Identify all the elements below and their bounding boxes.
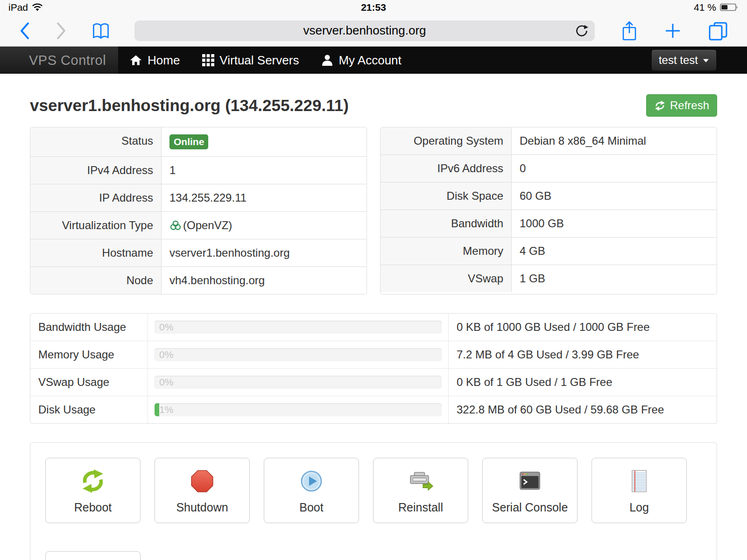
app-navbar: VPS Control Home Virtual Servers [0,47,747,74]
refresh-button[interactable]: Refresh [646,94,717,117]
progress-label: 0% [159,348,173,361]
status-right: 41 % [495,2,739,13]
address-bar[interactable]: vserver.benhosting.org [134,21,595,41]
usage-bar-cell: 1% [148,396,449,423]
user-menu-button[interactable]: test test [651,49,717,71]
ipad-screen: iPad 21:53 41 % [0,0,747,560]
battery-icon [720,3,739,12]
actions-row-2 [45,551,702,560]
action-label: Boot [299,501,323,514]
bookmarks-button[interactable] [92,21,110,40]
progress-fill [155,403,159,416]
battery-percent: 41 % [694,2,716,13]
table-row: IPv6 Address 0 [381,154,717,182]
row-label: VSwap [381,265,512,292]
forward-icon [55,21,67,41]
action-log[interactable]: Log [592,458,687,523]
actions-row-1: Reboot Shutdown [45,458,702,523]
row-label: IPv6 Address [381,155,512,182]
serial-console-icon [517,469,543,494]
nav-item-label: Virtual Servers [219,53,299,68]
nav-item-my-account[interactable]: My Account [310,47,412,74]
row-value: 4 GB [512,238,717,265]
progress-label: 1% [159,403,173,416]
row-value: 60 GB [512,182,717,210]
grid-icon [202,54,214,66]
table-row: IPv4 Address 1 [30,156,366,184]
reload-icon[interactable] [575,24,589,38]
action-reinstall[interactable]: Reinstall [373,458,468,523]
row-value: 1 [162,157,366,184]
row-label: Node [30,267,162,294]
row-value: 134.255.229.11 [162,184,366,211]
row-label: Bandwidth [381,210,512,237]
usage-text: 0 KB of 1000 GB Used / 1000 GB Free [449,314,717,341]
usage-text: 322.8 MB of 60 GB Used / 59.68 GB Free [449,396,717,423]
usage-text: 0 KB of 1 GB Used / 1 GB Free [449,369,717,396]
row-label: Hostname [30,239,162,266]
action-reboot[interactable]: Reboot [45,458,141,523]
table-row: Disk Space 60 GB [381,182,717,210]
back-icon [19,21,31,41]
action-serial-console[interactable]: Serial Console [482,458,578,523]
progress-bar: 0% [155,321,442,334]
table-row: Hostname vserver1.benhosting.org [30,239,366,266]
tabs-button[interactable] [708,21,728,41]
row-value: Debian 8 x86_64 Minimal [512,127,717,154]
new-tab-icon [664,22,682,40]
reboot-icon [80,469,106,494]
action-label: Reboot [74,501,112,514]
usage-bar-cell: 0% [148,341,449,368]
usage-row: Memory Usage 0% 7.2 MB of 4 GB Used / 3.… [30,341,717,368]
action-network[interactable] [45,551,141,560]
share-button[interactable] [621,20,638,42]
server-info-section: Status Online IPv4 Address 1 IP Address … [30,127,717,294]
actions-panel: Reboot Shutdown [30,442,717,560]
nav-item-virtual-servers[interactable]: Virtual Servers [191,47,310,74]
usage-label: Memory Usage [30,341,148,368]
page-title: vserver1.benhosting.org (134.255.229.11) [30,96,349,115]
openvz-icon [169,220,182,231]
table-row: VSwap 1 GB [381,265,717,292]
device-label: iPad [8,2,28,13]
usage-row: Bandwidth Usage 0% 0 KB of 1000 GB Used … [30,314,717,341]
row-value: 1000 GB [512,210,717,237]
row-label: Memory [381,238,512,265]
table-row: Node vh4.benhosting.org [30,266,366,294]
shutdown-icon [190,469,215,494]
nav-links: Home Virtual Servers My Account [118,47,413,74]
new-tab-button[interactable] [664,22,682,40]
nav-item-home[interactable]: Home [118,47,191,74]
row-label: IPv4 Address [30,157,162,184]
caret-down-icon [703,58,709,63]
tabs-icon [708,21,728,41]
table-row: Bandwidth 1000 GB [381,210,717,237]
user-menu-label: test test [659,54,698,67]
progress-bar: 0% [155,348,442,361]
row-label: Status [30,127,162,156]
back-button[interactable] [19,21,31,41]
progress-bar: 0% [155,376,442,389]
table-row: IP Address 134.255.229.11 [30,184,366,211]
log-icon [627,469,652,494]
row-label: IP Address [30,184,162,211]
user-icon [321,54,333,67]
bookmark-icon [92,21,110,40]
progress-bar: 1% [155,403,442,416]
page-content: vserver1.benhosting.org (134.255.229.11)… [0,94,747,560]
brand: VPS Control [0,47,118,74]
progress-label: 0% [159,321,173,334]
info-table-right: Operating System Debian 8 x86_64 Minimal… [380,127,717,294]
status-badge: Online [169,134,208,149]
action-boot[interactable]: Boot [264,458,359,523]
refresh-icon [654,100,666,112]
action-shutdown[interactable]: Shutdown [155,458,250,523]
row-label: Virtualization Type [30,212,162,239]
usage-row: VSwap Usage 0% 0 KB of 1 GB Used / 1 GB … [30,368,717,396]
table-row: Operating System Debian 8 x86_64 Minimal [381,127,717,154]
action-label: Reinstall [398,501,443,514]
reinstall-icon [408,469,433,494]
forward-button[interactable] [55,21,67,41]
table-row: Virtualization Type (OpenVZ) [30,211,366,239]
row-value: (OpenVZ) [162,212,366,239]
